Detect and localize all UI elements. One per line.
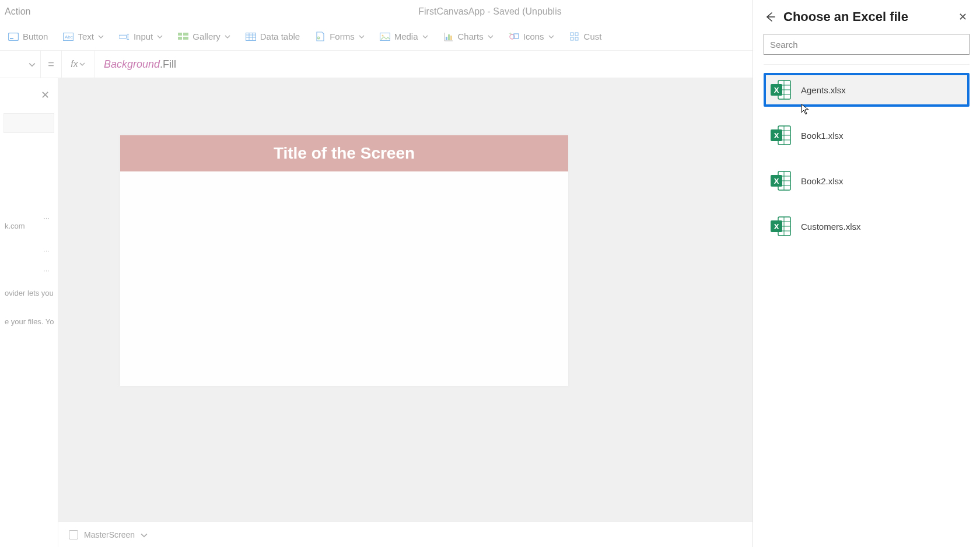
file-item[interactable]: XCustomers.xlsx xyxy=(764,209,970,243)
svg-rect-29 xyxy=(575,33,578,36)
excel-file-icon: X xyxy=(769,124,793,147)
chevron-down-icon xyxy=(359,34,365,40)
screen-name-label[interactable]: MasterScreen xyxy=(84,530,135,539)
svg-rect-28 xyxy=(570,33,573,36)
ribbon-data-table[interactable]: Data table xyxy=(246,31,300,42)
svg-rect-11 xyxy=(183,37,188,40)
svg-rect-8 xyxy=(178,33,182,36)
file-list: XAgents.xlsxXBook1.xlsxXBook2.xlsxXCusto… xyxy=(764,73,970,243)
svg-rect-31 xyxy=(575,37,578,40)
ribbon-gallery[interactable]: Gallery xyxy=(178,31,230,42)
close-icon[interactable]: ✕ xyxy=(41,89,50,101)
flyout-header: Choose an Excel file ✕ xyxy=(764,8,970,26)
ribbon-media[interactable]: Media xyxy=(380,31,428,42)
chevron-down-icon xyxy=(98,34,104,40)
charts-icon xyxy=(443,31,454,42)
flyout-title: Choose an Excel file xyxy=(783,9,949,24)
panel-text-line: ··· xyxy=(4,215,54,219)
svg-rect-10 xyxy=(178,37,182,40)
svg-text:X: X xyxy=(774,86,779,94)
formula-token-1: Background xyxy=(104,58,160,70)
chevron-down-icon xyxy=(29,61,34,67)
ribbon-custom-label: Cust xyxy=(584,31,602,41)
chevron-down-icon[interactable] xyxy=(141,532,146,538)
data-table-icon xyxy=(246,31,256,42)
left-panel: ✕ ··· k.com ··· ··· ovider lets you ... … xyxy=(0,78,58,547)
file-name: Agents.xlsx xyxy=(801,85,846,95)
divider xyxy=(764,64,970,65)
forms-icon xyxy=(315,31,326,42)
chevron-down-icon xyxy=(422,34,428,40)
file-name: Book1.xlsx xyxy=(801,131,844,141)
canvas-screen[interactable]: Title of the Screen xyxy=(120,135,568,386)
formula-input[interactable]: Background.Fill xyxy=(94,58,176,71)
ribbon-input[interactable]: Input xyxy=(119,31,163,42)
ribbon-forms[interactable]: Forms xyxy=(315,31,365,42)
property-dropdown[interactable] xyxy=(0,50,41,78)
media-icon xyxy=(380,31,390,42)
chevron-down-icon xyxy=(488,34,494,40)
ribbon-input-label: Input xyxy=(134,31,153,41)
file-item[interactable]: XAgents.xlsx xyxy=(764,73,970,107)
ribbon-forms-label: Forms xyxy=(330,31,355,41)
ribbon-text[interactable]: Abc Text xyxy=(63,31,104,42)
panel-card xyxy=(4,113,54,133)
ribbon-custom[interactable]: Cust xyxy=(569,31,602,42)
svg-rect-23 xyxy=(448,34,450,40)
choose-excel-file-panel: Choose an Excel file ✕ XAgents.xlsxXBook… xyxy=(752,0,980,547)
custom-icon xyxy=(569,31,580,42)
ribbon-icons-label: Icons xyxy=(523,31,544,41)
excel-file-icon: X xyxy=(769,78,793,101)
svg-rect-9 xyxy=(183,33,188,36)
excel-file-icon: X xyxy=(769,215,793,238)
ribbon-data-table-label: Data table xyxy=(260,31,300,41)
svg-text:Abc: Abc xyxy=(65,34,73,40)
svg-rect-22 xyxy=(446,37,447,40)
svg-text:+: + xyxy=(509,32,512,37)
file-name: Customers.xlsx xyxy=(801,222,861,232)
ribbon-gallery-label: Gallery xyxy=(192,31,220,41)
ribbon-charts-label: Charts xyxy=(458,31,484,41)
svg-rect-30 xyxy=(570,37,573,40)
file-name: Book2.xlsx xyxy=(801,176,844,186)
screen-selector-icon[interactable] xyxy=(69,530,78,539)
svg-rect-4 xyxy=(119,35,127,38)
svg-rect-24 xyxy=(450,36,452,40)
icons-icon: + xyxy=(509,31,519,42)
svg-text:X: X xyxy=(774,177,779,185)
back-arrow-icon[interactable] xyxy=(764,10,776,23)
svg-rect-0 xyxy=(9,33,19,40)
file-item[interactable]: XBook2.xlsx xyxy=(764,164,970,198)
ribbon-charts[interactable]: Charts xyxy=(443,31,494,42)
svg-text:X: X xyxy=(774,131,779,140)
fx-button[interactable]: fx xyxy=(62,51,94,78)
text-icon: Abc xyxy=(63,31,74,42)
panel-text-line: e your files. Yo... xyxy=(4,315,54,328)
ribbon-button-label: Button xyxy=(23,31,48,41)
svg-rect-12 xyxy=(246,33,256,40)
ribbon-media-label: Media xyxy=(394,31,418,41)
ribbon-button[interactable]: Button xyxy=(8,31,48,42)
fx-label: fx xyxy=(71,59,78,69)
chevron-down-icon xyxy=(157,34,163,40)
gallery-icon xyxy=(178,31,188,42)
chevron-down-icon xyxy=(225,34,230,40)
chevron-down-icon xyxy=(79,61,85,67)
excel-file-icon: X xyxy=(769,169,793,192)
button-icon xyxy=(8,31,19,42)
file-item[interactable]: XBook1.xlsx xyxy=(764,118,970,152)
svg-text:X: X xyxy=(774,222,779,231)
screen-title-bar: Title of the Screen xyxy=(120,135,568,171)
svg-point-19 xyxy=(382,34,383,36)
ribbon-text-label: Text xyxy=(78,31,94,41)
equals-sign: = xyxy=(41,51,62,78)
panel-text-line: ovider lets you ... xyxy=(4,286,54,300)
ribbon-icons[interactable]: + Icons xyxy=(509,31,554,42)
search-input[interactable] xyxy=(764,34,970,55)
svg-rect-1 xyxy=(10,38,13,39)
close-icon[interactable]: ✕ xyxy=(956,8,970,26)
chevron-down-icon xyxy=(548,34,554,40)
formula-token-2: .Fill xyxy=(160,58,176,70)
input-icon xyxy=(119,31,130,42)
